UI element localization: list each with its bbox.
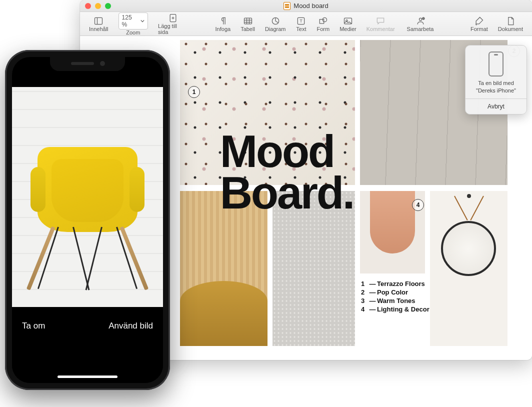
camera-action-bar: Ta om Använd bild <box>12 308 163 383</box>
media-icon <box>342 16 354 26</box>
home-indicator[interactable] <box>58 376 118 378</box>
text-label: Text <box>296 26 306 32</box>
chart-icon <box>270 16 281 26</box>
svg-point-17 <box>419 18 422 20</box>
add-page-label: Lägg till sida <box>158 23 188 35</box>
collaborate-label: Samarbeta <box>407 26 434 32</box>
table-icon <box>242 16 254 26</box>
iphone-screen: Ta om Använd bild <box>12 57 163 383</box>
media-label: Medier <box>340 26 356 32</box>
window-title: Mood board <box>294 2 328 10</box>
window-controls <box>85 3 111 9</box>
document-label: Dokument <box>498 26 523 32</box>
notch <box>50 57 125 71</box>
legend-row: 4—Lighting & Decor <box>361 306 430 313</box>
callout-4[interactable]: 4 <box>412 199 424 211</box>
legend-row: 1—Terrazzo Floors <box>361 280 430 288</box>
legend-row: 3—Warm Tones <box>361 297 430 304</box>
zoom-value: 125 % <box>122 14 139 28</box>
add-page-icon <box>168 13 178 23</box>
pilcrow-icon <box>218 16 228 26</box>
document-icon <box>284 2 290 10</box>
document-button[interactable]: Dokument <box>494 15 527 33</box>
legend[interactable]: 1—Terrazzo Floors 2—Pop Color 3—Warm Ton… <box>361 280 430 314</box>
brush-icon <box>474 16 484 26</box>
table-button[interactable]: Tabell <box>236 15 259 33</box>
text-icon: T <box>296 16 306 26</box>
chart-button[interactable]: Diagram <box>261 15 290 33</box>
collaborate-icon <box>415 16 426 26</box>
cancel-button[interactable]: Avbryt <box>466 98 526 114</box>
toolbar: Innehåll 125 % Zoom Lägg till sida Infog… <box>80 12 532 36</box>
format-label: Format <box>470 26 488 32</box>
use-photo-button[interactable]: Använd bild <box>108 321 153 331</box>
retake-button[interactable]: Ta om <box>22 321 45 331</box>
comment-label: Kommentar <box>366 26 395 32</box>
chair-photo <box>32 147 142 297</box>
zoom-control[interactable]: 125 % Zoom <box>114 12 152 36</box>
iphone-outline-icon <box>488 52 504 76</box>
titlebar: Mood board <box>80 0 532 12</box>
document-icon <box>505 16 516 26</box>
shape-button[interactable]: Form <box>312 15 334 33</box>
shape-label: Form <box>316 26 330 32</box>
fullscreen-icon[interactable] <box>105 3 111 9</box>
legend-row: 2—Pop Color <box>361 288 430 296</box>
close-icon[interactable] <box>85 3 91 9</box>
minimize-icon[interactable] <box>95 3 101 9</box>
table-label: Tabell <box>240 26 255 32</box>
shape-icon <box>318 16 328 26</box>
add-page-button[interactable]: Lägg till sida <box>154 12 192 36</box>
document-heading[interactable]: Mood Board. <box>220 131 354 214</box>
svg-rect-5 <box>244 18 252 24</box>
svg-point-14 <box>322 18 326 22</box>
chart-label: Diagram <box>265 26 286 32</box>
insert-button[interactable]: Infoga <box>212 15 235 33</box>
content-label: Innehåll <box>89 26 108 32</box>
content-button[interactable]: Innehåll <box>85 15 112 33</box>
comment-button: Kommentar <box>362 15 399 33</box>
heading-line1: Mood <box>220 131 354 172</box>
format-button[interactable]: Format <box>466 15 492 33</box>
media-button[interactable]: Medier <box>336 15 360 33</box>
zoom-label: Zoom <box>126 30 140 36</box>
continuity-camera-popover: Ta en bild med "Dereks iPhone" Avbryt <box>465 45 527 114</box>
iphone-device: Ta om Använd bild <box>5 50 170 390</box>
heading-line2: Board. <box>220 172 354 214</box>
callout-1[interactable]: 1 <box>188 86 200 98</box>
camera-preview[interactable] <box>12 87 163 307</box>
image-mirror[interactable] <box>430 191 508 346</box>
insert-label: Infoga <box>216 26 231 32</box>
popover-text: Ta en bild med "Dereks iPhone" <box>466 80 526 98</box>
comment-icon <box>375 16 386 26</box>
sidebar-icon <box>93 16 104 26</box>
collaborate-button[interactable]: Samarbeta <box>403 15 438 33</box>
svg-text:T: T <box>300 18 303 24</box>
text-button[interactable]: T Text <box>292 15 310 33</box>
svg-rect-0 <box>95 18 102 24</box>
